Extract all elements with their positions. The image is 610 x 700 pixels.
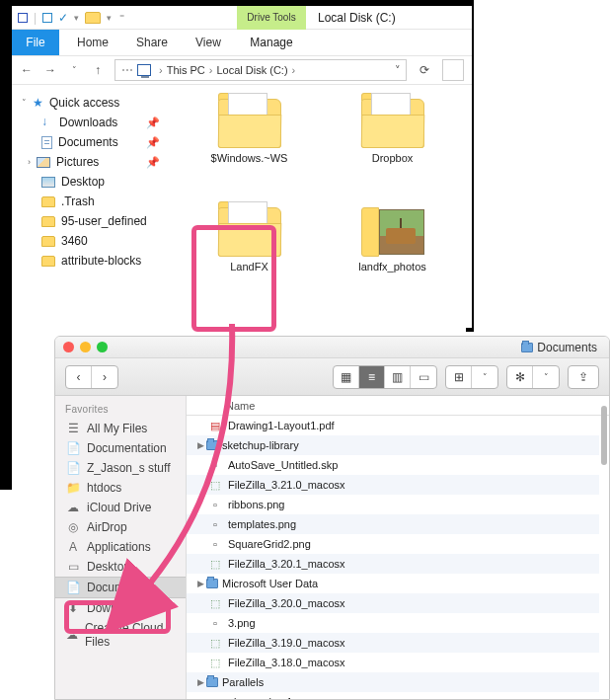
file-name: Microsoft User Data: [222, 578, 318, 589]
folder-icon: [206, 440, 218, 450]
file-row[interactable]: ▫templates.png: [187, 514, 599, 534]
share-tab[interactable]: Share: [136, 30, 168, 55]
file-row[interactable]: ⬚FileZilla_3.20.0_macosx: [187, 593, 599, 613]
disclosure-triangle-icon[interactable]: ▶: [194, 579, 206, 588]
nav-quick-access[interactable]: ˅ ★ Quick access: [16, 93, 166, 113]
pictures-icon: [37, 157, 50, 168]
history-dropdown-icon[interactable]: ˅: [67, 65, 81, 75]
view-tab[interactable]: View: [195, 30, 221, 55]
downloads-icon: [41, 117, 53, 128]
file-row[interactable]: ▤Drawing1-Layout1.pdf: [187, 416, 599, 435]
file-icon: ▫: [206, 518, 224, 530]
file-row[interactable]: ⬚FileZilla_3.21.0_macosx: [187, 475, 599, 495]
refresh-button[interactable]: ⟳: [417, 63, 432, 77]
file-row[interactable]: ▫3.png: [187, 613, 599, 633]
minimize-button[interactable]: [80, 342, 91, 352]
nav-trash[interactable]: .Trash: [16, 192, 166, 211]
column-view-button[interactable]: ▥: [385, 366, 411, 388]
folder-dropbox[interactable]: Dropbox: [321, 99, 464, 207]
folder-label: LandFX: [230, 261, 268, 272]
file-name: SquareGrid2.png: [228, 538, 311, 550]
file-row[interactable]: ⬚FileZilla_3.20.1_macosx: [187, 554, 599, 574]
folder-icon: [41, 196, 55, 207]
sidebar-item-applications[interactable]: AApplications: [55, 537, 186, 557]
drive-tools-tab[interactable]: Drive Tools: [237, 6, 306, 30]
expand-icon[interactable]: ›: [28, 157, 31, 167]
arrange-icon: ⊞: [446, 366, 472, 388]
file-tab[interactable]: File: [12, 30, 59, 55]
file-row[interactable]: ▫SquareGrid2.png: [187, 534, 599, 554]
folder-landfx-photos[interactable]: landfx_photos: [321, 207, 464, 316]
disclosure-triangle-icon[interactable]: ▶: [194, 677, 206, 687]
nav-desktop[interactable]: Desktop: [16, 172, 166, 192]
sidebar-item-documents[interactable]: 📄Documents: [55, 577, 186, 598]
folder-landfx[interactable]: LandFX: [178, 207, 321, 316]
share-button[interactable]: ⇪: [568, 365, 599, 389]
folder-windows-ws[interactable]: $Windows.~WS: [178, 99, 321, 207]
qat-overflow-icon[interactable]: ⁼: [119, 12, 124, 23]
file-row[interactable]: ▫ribbons.png: [187, 495, 599, 514]
nav-documents[interactable]: Documents 📌: [16, 132, 166, 152]
disclosure-triangle-icon[interactable]: ▶: [194, 440, 206, 450]
expand-icon[interactable]: ˅: [22, 98, 27, 108]
close-button[interactable]: [63, 342, 74, 352]
sidebar-item-documentation[interactable]: 📄Documentation: [55, 438, 186, 458]
address-bar[interactable]: ⋯ › This PC › Local Disk (C:) › ˅: [114, 59, 407, 81]
action-menu[interactable]: ✻ ˅: [506, 365, 560, 389]
list-view-button[interactable]: ≡: [359, 366, 385, 388]
nav-user-defined[interactable]: 95-user_defined: [16, 211, 166, 231]
sidebar-item-z-jason-s-stuff[interactable]: 📄Z_Jason_s stuff: [55, 458, 186, 478]
sidebar-item-all-my-files[interactable]: ☰All My Files: [55, 419, 186, 438]
qat-folder-icon[interactable]: [85, 12, 101, 24]
breadcrumb-this-pc[interactable]: This PC: [167, 64, 205, 76]
home-tab[interactable]: Home: [77, 30, 109, 55]
file-row[interactable]: ⬚FileZilla_3.19.0_macosx: [187, 633, 599, 653]
sidebar-item-airdrop[interactable]: ◎AirDrop: [55, 517, 186, 537]
sidebar-item-label: Desktop: [87, 560, 130, 574]
sidebar-item-desktop[interactable]: ▭Desktop: [55, 557, 186, 577]
nav-downloads[interactable]: Downloads 📌: [16, 113, 166, 132]
file-row[interactable]: ▫AutoSave_Untitled.skp: [187, 455, 599, 475]
forward-button[interactable]: →: [43, 63, 57, 77]
search-box[interactable]: [442, 59, 464, 81]
qat-dropdown-icon[interactable]: ▾: [107, 13, 112, 23]
back-button[interactable]: ‹: [66, 366, 92, 388]
column-header-name[interactable]: Name: [187, 396, 609, 416]
zoom-button[interactable]: [97, 342, 108, 352]
nav-attribute-blocks[interactable]: attribute-blocks: [16, 251, 166, 271]
nav-label: attribute-blocks: [61, 254, 141, 268]
nav-3460[interactable]: 3460: [16, 231, 166, 251]
icon-view-button[interactable]: ▦: [334, 366, 359, 388]
arrange-menu[interactable]: ⊞ ˅: [445, 365, 498, 389]
address-dropdown-icon[interactable]: ˅: [390, 64, 406, 77]
file-row[interactable]: ▶Microsoft User Data: [187, 574, 599, 593]
file-row[interactable]: ▫place-valve-1.png: [187, 692, 599, 699]
forward-button[interactable]: ›: [92, 366, 117, 388]
file-icon: ▫: [206, 538, 224, 550]
manage-tab[interactable]: Manage: [237, 36, 306, 49]
sidebar-item-htdocs[interactable]: 📁htdocs: [55, 478, 186, 498]
cover-view-button[interactable]: ▭: [411, 366, 436, 388]
breadcrumb-local-disk[interactable]: Local Disk (C:): [216, 64, 287, 76]
file-row[interactable]: ▶sketchup-library: [187, 435, 599, 455]
up-button[interactable]: ↑: [91, 63, 105, 77]
nav-label: .Trash: [61, 194, 95, 208]
breadcrumb-sep-icon: ›: [288, 64, 300, 76]
scrollbar-thumb[interactable]: [601, 406, 607, 465]
windows-explorer-window: | ✓ ▾ ▾ ⁼ Drive Tools Local Disk (C:) Fi…: [12, 6, 472, 328]
nav-pictures[interactable]: › Pictures 📌: [16, 152, 166, 172]
file-icon: ▫: [206, 459, 224, 471]
file-icon: ⬚: [206, 657, 224, 669]
folder-label: landfx_photos: [358, 261, 426, 272]
sidebar-item-downloads[interactable]: ⬇Downloads: [55, 598, 186, 618]
file-row[interactable]: ⬚FileZilla_3.18.0_macosx: [187, 653, 599, 672]
file-list[interactable]: ▤Drawing1-Layout1.pdf▶sketchup-library▫A…: [187, 416, 599, 699]
qat-properties-icon[interactable]: [18, 13, 28, 23]
file-row[interactable]: ▶Parallels: [187, 672, 599, 692]
sidebar-item-creative-cloud-files[interactable]: ☁Creative Cloud Files: [55, 618, 186, 652]
back-button[interactable]: ←: [20, 63, 34, 77]
folder-label: $Windows.~WS: [211, 152, 288, 164]
qat-select-icon[interactable]: [42, 13, 52, 23]
sidebar-icon: ☰: [65, 422, 81, 435]
sidebar-item-icloud-drive[interactable]: ☁iCloud Drive: [55, 498, 186, 517]
